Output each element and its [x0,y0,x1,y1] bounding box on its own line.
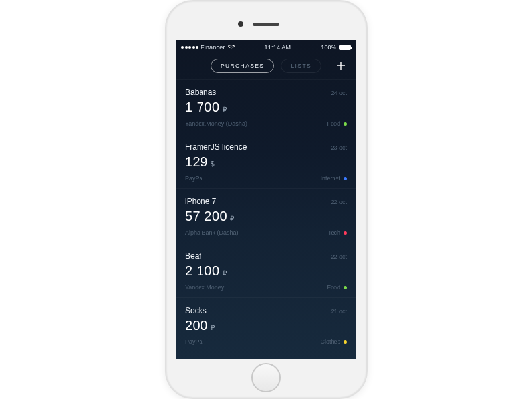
purchase-list: Babanas24 oct1 700₽Yandex.Money (Dasha)F… [176,80,356,352]
phone-frame: Financer 11:14 AM 100% PURCHASES LISTS B… [165,0,368,399]
purchase-row[interactable]: Babanas24 oct1 700₽Yandex.Money (Dasha)F… [176,80,356,134]
purchase-source: PayPal [185,338,204,345]
purchase-source: PayPal [185,175,204,182]
purchase-date: 22 oct [331,253,347,260]
purchase-source: Yandex.Money (Dasha) [185,120,247,127]
purchase-title: FramerJS licence [185,142,247,152]
category-label: Food [327,284,340,291]
purchase-category: Tech [328,229,347,236]
plus-icon [336,61,346,70]
purchase-title: Beaf [185,251,201,261]
purchase-source: Alpha Bank (Dasha) [185,229,239,236]
purchase-amount: 129 [185,154,208,170]
category-dot-icon [344,177,347,180]
purchase-title: Babanas [185,88,216,97]
purchase-amount: 57 200 [185,209,227,224]
purchase-source: Yandex.Money [185,284,224,291]
purchase-date: 24 oct [331,90,347,96]
purchase-date: 23 oct [331,144,347,151]
phone-camera [238,21,243,27]
purchase-amount: 2 100 [185,263,220,279]
purchase-currency: $ [211,160,215,168]
category-dot-icon [344,286,347,289]
purchase-currency: ₽ [211,324,215,331]
purchase-amount: 200 [185,318,208,333]
status-time: 11:14 AM [265,44,291,51]
purchase-currency: ₽ [223,269,227,277]
purchase-category: Food [327,120,347,127]
battery-percent: 100% [321,44,336,51]
category-dot-icon [344,231,347,235]
signal-dots-icon [181,46,198,49]
header: PURCHASES LISTS [176,52,356,80]
purchase-currency: ₽ [223,106,227,113]
category-dot-icon [344,340,347,344]
battery-icon [339,45,351,50]
purchase-date: 21 oct [331,308,347,315]
purchase-category: Internet [320,175,347,182]
purchase-category: Clothes [320,338,347,345]
category-label: Clothes [320,338,340,345]
purchase-title: iPhone 7 [185,197,216,206]
tab-purchases[interactable]: PURCHASES [211,59,275,73]
add-button[interactable] [335,60,347,72]
purchase-row[interactable]: Socks21 oct200₽PayPalClothes [176,298,356,352]
purchase-row[interactable]: FramerJS licence23 oct129$PayPalInternet [176,134,356,189]
purchase-row[interactable]: Beaf22 oct2 100₽Yandex.MoneyFood [176,243,356,298]
category-label: Internet [320,175,340,182]
status-bar: Financer 11:14 AM 100% [176,40,356,52]
purchase-row[interactable]: iPhone 722 oct57 200₽Alpha Bank (Dasha)T… [176,189,356,243]
phone-speaker [253,23,279,26]
purchase-category: Food [327,284,347,291]
category-dot-icon [344,122,347,126]
carrier-label: Financer [201,44,225,51]
category-label: Food [327,120,340,127]
tab-segment: PURCHASES LISTS [211,59,321,73]
app-screen: Financer 11:14 AM 100% PURCHASES LISTS B… [176,40,356,359]
purchase-date: 22 oct [331,199,347,205]
home-button[interactable] [251,363,281,392]
purchase-title: Socks [185,306,207,315]
wifi-icon [228,45,235,50]
tab-lists[interactable]: LISTS [281,59,321,73]
category-label: Tech [328,229,340,236]
purchase-currency: ₽ [230,215,234,222]
purchase-amount: 1 700 [185,100,220,115]
